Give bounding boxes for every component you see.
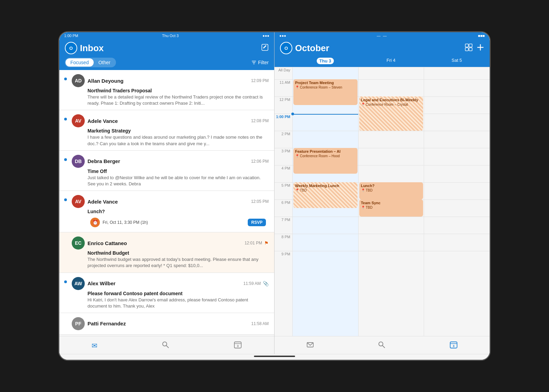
sat-7pm — [424, 217, 490, 234]
day-header-thu[interactable]: Thu 3 — [292, 58, 358, 65]
mail-item-body: Marketing Strategy I have a few question… — [72, 128, 269, 147]
mail-item-header: AD Allan Deyoung 12:09 PM — [72, 74, 269, 87]
mail-nav-calendar[interactable]: 3 — [228, 339, 247, 353]
mail-time: 11:58 AM — [251, 321, 269, 326]
time-allday: All Day — [274, 67, 292, 79]
event-weekly-marketing[interactable]: Weekly Marketing Lunch 📍TBD — [293, 182, 358, 208]
sat-2pm — [424, 131, 490, 148]
cal-add-button[interactable] — [477, 44, 484, 53]
cal-nav-search[interactable] — [372, 339, 391, 352]
attachment-icon: 📎 — [263, 281, 269, 286]
split-container: 1:00 PM Thu Oct 3 ●●● O Inbox Focused — [59, 32, 490, 354]
time-11am: 11 AM — [274, 79, 292, 96]
mail-list: AD Allan Deyoung 12:09 PM Northwind Trad… — [59, 70, 274, 336]
mail-time: 12:09 PM — [251, 78, 269, 83]
time-7pm: 7 PM — [274, 217, 292, 234]
avatar: AD — [72, 74, 85, 87]
cal-view-button[interactable] — [465, 44, 472, 53]
mail-subject: Time Off — [87, 169, 269, 174]
mail-item-body: Please forward Contoso patent document H… — [72, 291, 269, 309]
tab-other[interactable]: Other — [94, 58, 115, 67]
sat-4pm — [424, 165, 490, 182]
mail-nav-mail-icon: ✉ — [92, 342, 97, 350]
event-lunch-fri[interactable]: Lunch? 📍TBD — [359, 182, 423, 199]
home-indicator — [254, 356, 295, 357]
mail-nav-search[interactable] — [156, 339, 175, 352]
cal-status-bar: ●●● — — ■■■ — [274, 32, 490, 39]
cal-title: October — [295, 43, 329, 54]
unread-indicator — [64, 280, 67, 283]
event-title: Lunch? — [361, 183, 422, 188]
time-9pm: 9 PM — [274, 251, 292, 268]
mail-item[interactable]: AW Alex Wilber 11:59 AM 📎 Please forward… — [59, 273, 274, 313]
svg-point-6 — [163, 342, 167, 346]
mail-item[interactable]: AV Adele Vance 12:05 PM Lunch? ⏰ Fri, Oc… — [59, 191, 274, 232]
event-location: 📍Conference Room – Crystal — [361, 102, 422, 107]
day-header-sat[interactable]: Sat 5 — [424, 58, 490, 65]
mail-item[interactable]: PF Patti Fernandez 11:58 AM — [59, 313, 274, 335]
mail-title: Inbox — [80, 43, 104, 54]
mail-item-header: PF Patti Fernandez 11:58 AM — [72, 317, 269, 330]
event-title: Legal and Executives Bi-Weekly — [361, 97, 422, 102]
unread-indicator — [64, 78, 67, 80]
time-2pm: 2 PM — [274, 131, 292, 148]
sender-name: Patti Fernandez — [87, 321, 126, 326]
day-header-fri[interactable]: Fri 4 — [358, 58, 424, 65]
event-title: Feature Presentation – AI — [295, 149, 356, 154]
mail-status-bar: 1:00 PM Thu Oct 3 ●●● — [59, 32, 274, 39]
mail-status-date: Thu Oct 3 — [162, 34, 178, 38]
fri-11am — [359, 79, 424, 96]
mail-item[interactable]: AV Adele Vance 12:08 PM Marketing Strate… — [59, 110, 274, 150]
allday-sat — [424, 67, 490, 79]
event-project-team[interactable]: Project Team Meeting 📍Conference Room – … — [293, 79, 358, 105]
compose-button[interactable] — [261, 44, 269, 53]
calendar-nav-icon: 3 — [234, 341, 242, 350]
sat-3pm — [424, 148, 490, 165]
sat-9pm — [424, 251, 490, 268]
sender-row: DB Debra Berger — [72, 155, 120, 168]
day-col-fri: Legal and Executives Bi-Weekly 📍Conferen… — [358, 67, 424, 336]
mail-item[interactable]: DB Debra Berger 12:06 PM Time Off Just t… — [59, 151, 274, 191]
svg-text:3: 3 — [237, 344, 239, 348]
cal-header: O October — [274, 39, 490, 58]
sender-name: Debra Berger — [87, 158, 120, 164]
event-title: Project Team Meeting — [295, 80, 356, 85]
mail-nav-mail[interactable]: ✉ — [86, 340, 103, 352]
event-legal-executives[interactable]: Legal and Executives Bi-Weekly 📍Conferen… — [359, 96, 423, 131]
cal-status-battery: ■■■ — [478, 34, 485, 38]
cal-status-dots: ●●● — [279, 34, 286, 38]
day-col-sat — [424, 67, 490, 336]
mail-item[interactable]: AD Allan Deyoung 12:09 PM Northwind Trad… — [59, 70, 274, 110]
thu-9pm — [293, 251, 358, 268]
outlook-avatar: O — [65, 42, 77, 54]
mail-item-header: AV Adele Vance 12:08 PM — [72, 114, 269, 127]
tab-focused[interactable]: Focused — [66, 58, 94, 67]
event-feature-presentation[interactable]: Feature Presentation – AI 📍Conference Ro… — [293, 148, 358, 174]
rsvp-button[interactable]: RSVP — [248, 219, 266, 226]
cal-nav-calendar[interactable]: 3 — [444, 339, 463, 353]
mail-item-header: AW Alex Wilber 11:59 AM 📎 — [72, 277, 269, 290]
sender-row: AV Adele Vance — [72, 195, 118, 208]
calendar-panel: ●●● — — ■■■ O October — [274, 32, 490, 354]
current-time-dot — [291, 113, 294, 115]
sender-name: Enrico Cattaneo — [87, 240, 127, 246]
event-location: 📍Conference Room – Hood — [295, 154, 356, 158]
flag-icon: ⚑ — [264, 240, 269, 246]
event-title: Weekly Marketing Lunch — [295, 183, 356, 188]
fri-4pm — [359, 165, 424, 182]
sat-5pm — [424, 182, 490, 199]
avatar: AV — [72, 195, 85, 208]
thu-1pm — [293, 114, 358, 131]
mail-item[interactable]: EC Enrico Cattaneo 12:01 PM ⚑ Northwind … — [59, 232, 274, 273]
mail-subject: Lunch? — [87, 209, 269, 214]
sender-name: Allan Deyoung — [87, 78, 124, 84]
time-1pm: 1:00 PM — [274, 114, 292, 131]
event-team-sync[interactable]: Team Sync 📍TBD — [359, 199, 423, 217]
mail-subject: Northwind Traders Proposal — [87, 88, 269, 93]
filter-button[interactable]: Filter — [251, 60, 269, 65]
cal-title-row: O October — [280, 42, 329, 54]
svg-point-20 — [379, 342, 383, 346]
svg-rect-16 — [469, 48, 472, 51]
mail-item-body: Time Off Just talked to @Nestor Wilke an… — [72, 169, 269, 187]
cal-nav-mail[interactable] — [301, 339, 319, 352]
